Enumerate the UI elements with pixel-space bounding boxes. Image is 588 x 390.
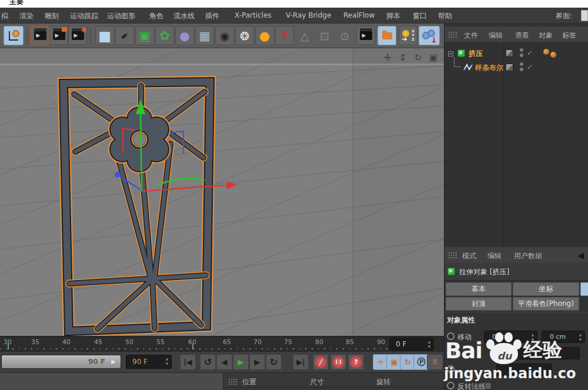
maximize-view-icon[interactable]: ▣ [427, 52, 439, 65]
snap-button-disabled[interactable]: △ [295, 26, 314, 45]
grid-button-disabled[interactable]: ⊡ [315, 26, 334, 45]
spinner-icon[interactable]: ▲▼ [530, 332, 535, 342]
keyframe-circle-icon[interactable] [447, 332, 455, 340]
render-view-button[interactable]: ▶ [31, 26, 49, 45]
om-menu-file[interactable]: 文件 [464, 31, 478, 41]
menu-mograph[interactable]: 运动图形 [107, 11, 135, 21]
object-properties-header[interactable]: 对象属性 [445, 312, 588, 328]
key-pla-button[interactable]: ⠿ [427, 354, 443, 370]
layer-toggle-icon[interactable] [506, 49, 513, 57]
reverse-normals-checkbox[interactable] [485, 382, 492, 389]
spinner-icon[interactable]: ▲▼ [578, 332, 583, 342]
object-row-extrude[interactable]: 挤压 ✓ [445, 46, 588, 61]
rotate-icon[interactable]: ↻ [412, 52, 424, 65]
menu-character[interactable]: 角色 [149, 11, 163, 21]
visibility-dot-top[interactable] [520, 62, 523, 66]
subdivision-surface-button[interactable]: ▣ [135, 26, 154, 45]
light-button[interactable]: ❂ [235, 26, 254, 45]
menu-sculpt[interactable]: 雕刻 [45, 11, 59, 21]
attr-menu-mode[interactable]: 模式 [462, 251, 476, 261]
menu-script[interactable]: 脚本 [386, 11, 400, 21]
current-frame-field[interactable]: 0 F ▲▼ [389, 338, 434, 351]
grip-icon[interactable] [448, 252, 457, 259]
spline-pen-button[interactable]: ✒ [115, 26, 134, 45]
menu-render[interactable]: 渲染 [19, 11, 34, 21]
zoom-icon[interactable]: ↕ [397, 52, 409, 65]
render-settings-button[interactable]: ▶✱ [68, 26, 87, 45]
move-y-field[interactable]: 0 cm ▲▼ [542, 331, 585, 343]
om-menu-edit[interactable]: 编辑 [489, 31, 503, 41]
render-picture-viewer-button[interactable]: ▶ [49, 26, 68, 45]
menu-window[interactable]: 窗口 [413, 11, 427, 21]
menu-help[interactable]: 帮助 [438, 11, 452, 21]
visibility-dot-top[interactable] [520, 48, 523, 52]
loop-backward-button[interactable]: ↺ [200, 354, 216, 370]
visibility-dot-bottom[interactable] [520, 54, 523, 57]
grip-icon[interactable] [448, 31, 457, 39]
tab-basic[interactable]: 基本 [446, 282, 512, 296]
view-grid-button-disabled[interactable]: ⊙ [335, 26, 354, 45]
xpresso-button[interactable]: ↓ [419, 26, 440, 45]
loop-forward-button[interactable]: ↻ [266, 354, 282, 370]
collapse-icon[interactable] [448, 51, 453, 56]
timeline-range-slider[interactable]: 90 F ▶ [1, 355, 121, 369]
om-menu-tags[interactable]: 标签 [562, 31, 576, 41]
viewport-canvas[interactable] [0, 48, 444, 336]
keyframe-circle-icon[interactable] [447, 349, 455, 356]
keyframe-circle-icon[interactable] [447, 365, 455, 373]
generators-button[interactable]: ✿ [155, 26, 174, 45]
object-label[interactable]: 样条布尔 [475, 63, 503, 73]
move-x-field[interactable]: 0 cm ▲▼ [484, 331, 537, 343]
help-cursor-button[interactable]: ? [275, 26, 294, 45]
autokey-button[interactable]: ( ) [330, 354, 346, 370]
param-field[interactable] [518, 347, 580, 359]
play-button[interactable]: ▶ [233, 354, 249, 370]
render-film-button[interactable]: ▶ [356, 26, 375, 45]
camera-button[interactable]: ◉ [215, 26, 234, 45]
menu-realflow[interactable]: RealFlow [343, 11, 375, 19]
menu-plugins[interactable]: 插件 [205, 11, 219, 21]
record-keyframe-button[interactable]: ╱ [313, 354, 329, 370]
coordinates-manager-button[interactable]: XYZ➜ [399, 26, 417, 45]
tab-caps[interactable]: 封顶 [446, 297, 512, 311]
tab-phong[interactable]: 平滑着色(Phong) [513, 297, 579, 311]
spinner-icon[interactable]: ▲▼ [427, 339, 432, 349]
tag-dot-icon[interactable] [543, 49, 549, 55]
param-field[interactable] [496, 364, 552, 376]
timeline-ruler[interactable]: 30 35 40 45 50 55 60 65 70 75 80 85 90 0… [0, 336, 444, 351]
tab-coordinates[interactable]: 坐标 [513, 282, 579, 296]
menu-vray-bridge[interactable]: V-Ray Bridge [286, 11, 331, 19]
visibility-dot-bottom[interactable] [520, 68, 523, 71]
object-row-spline-boolean[interactable]: 样条布尔 ✓ [445, 61, 588, 75]
tag-dot-icon[interactable] [550, 52, 556, 58]
menu-simulate[interactable]: 拟 [1, 11, 8, 21]
content-browser-button[interactable] [377, 26, 396, 45]
goto-start-button[interactable]: |◀ [180, 354, 196, 370]
keying-help-button[interactable]: ? [348, 354, 364, 370]
coordinate-system-button[interactable] [4, 26, 24, 45]
attr-menu-userdata[interactable]: 用户数据 [514, 251, 542, 261]
next-frame-button[interactable]: ▶ [249, 354, 265, 370]
menu-motion-tracker[interactable]: 运动跟踪 [70, 11, 98, 21]
keyframe-circle-icon[interactable] [447, 382, 455, 389]
spinner-icon[interactable]: ▲▼ [165, 356, 169, 366]
back-arrow-icon[interactable]: ◀ [577, 251, 584, 260]
om-menu-object[interactable]: 对象 [539, 31, 553, 41]
menu-pipeline[interactable]: 流水线 [173, 11, 195, 21]
prev-frame-button[interactable]: ◀ [216, 354, 232, 370]
enabled-check-icon[interactable]: ✓ [527, 63, 533, 71]
end-frame-field[interactable]: 90 F ▲▼ [126, 355, 172, 369]
grip-icon[interactable] [228, 378, 238, 386]
object-label[interactable]: 挤压 [469, 49, 483, 59]
deformer-button[interactable]: ● [175, 26, 194, 45]
pan-icon[interactable]: ✛ [382, 52, 393, 65]
material-button[interactable]: ● [255, 26, 274, 45]
layer-toggle-icon[interactable] [506, 64, 513, 71]
layout-dropdown[interactable] [581, 10, 588, 21]
enabled-check-icon[interactable]: ✓ [527, 49, 533, 57]
primitive-cube-button[interactable]: ■ [95, 26, 114, 45]
goto-end-button[interactable]: ▶| [293, 354, 309, 370]
attr-menu-edit[interactable]: 编辑 [487, 251, 502, 261]
tab-object-partial[interactable] [580, 282, 588, 296]
om-menu-view[interactable]: 查看 [515, 31, 529, 41]
